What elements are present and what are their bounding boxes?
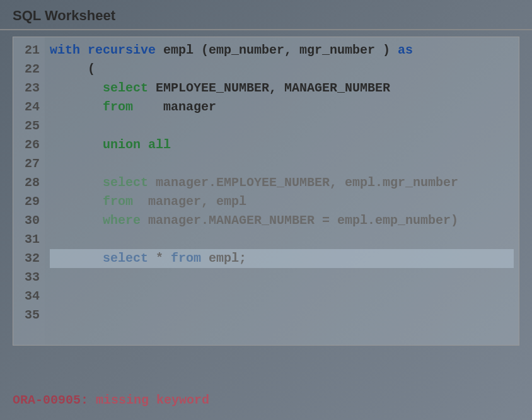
code-line: union all bbox=[50, 136, 514, 155]
sql-editor[interactable]: 212223242526272829303132333435 with recu… bbox=[13, 37, 519, 346]
line-number: 21 bbox=[16, 41, 40, 60]
code-line bbox=[50, 117, 514, 136]
code-line bbox=[50, 230, 514, 249]
line-number: 23 bbox=[16, 79, 40, 98]
code-line: with recursive empl (emp_number, mgr_num… bbox=[50, 41, 514, 60]
line-number-gutter: 212223242526272829303132333435 bbox=[13, 37, 45, 345]
line-number: 25 bbox=[16, 117, 40, 136]
error-message: missing keyword bbox=[96, 393, 209, 407]
line-number: 32 bbox=[16, 249, 40, 268]
code-line: select manager.EMPLOYEE_NUMBER, empl.mgr… bbox=[50, 173, 514, 192]
code-line: from manager, empl bbox=[50, 192, 514, 211]
line-number: 27 bbox=[16, 155, 40, 173]
line-number: 33 bbox=[16, 268, 40, 287]
code-line: ( bbox=[50, 60, 514, 79]
code-line: where manager.MANAGER_NUMBER = empl.emp_… bbox=[50, 211, 514, 230]
code-line bbox=[50, 306, 514, 325]
code-line: select EMPLOYEE_NUMBER, MANAGER_NUMBER bbox=[50, 79, 514, 98]
code-line bbox=[50, 287, 514, 306]
worksheet-title: SQL Worksheet bbox=[13, 8, 115, 23]
error-output: ORA-00905: missing keyword bbox=[13, 393, 209, 407]
line-number: 34 bbox=[16, 287, 40, 306]
line-number: 26 bbox=[16, 136, 40, 155]
code-area: 212223242526272829303132333435 with recu… bbox=[13, 37, 519, 345]
error-code: ORA-00905: bbox=[13, 393, 88, 407]
line-number: 28 bbox=[16, 173, 40, 192]
code-line: select * from empl; bbox=[50, 249, 514, 268]
line-number: 22 bbox=[16, 60, 40, 79]
code-line bbox=[50, 155, 514, 173]
worksheet-header: SQL Worksheet bbox=[0, 0, 532, 30]
code-content[interactable]: with recursive empl (emp_number, mgr_num… bbox=[45, 37, 519, 345]
line-number: 24 bbox=[16, 98, 40, 117]
line-number: 35 bbox=[16, 306, 40, 325]
code-line bbox=[50, 268, 514, 287]
code-line: from manager bbox=[50, 98, 514, 117]
line-number: 29 bbox=[16, 192, 40, 211]
line-number: 30 bbox=[16, 211, 40, 230]
line-number: 31 bbox=[16, 230, 40, 249]
